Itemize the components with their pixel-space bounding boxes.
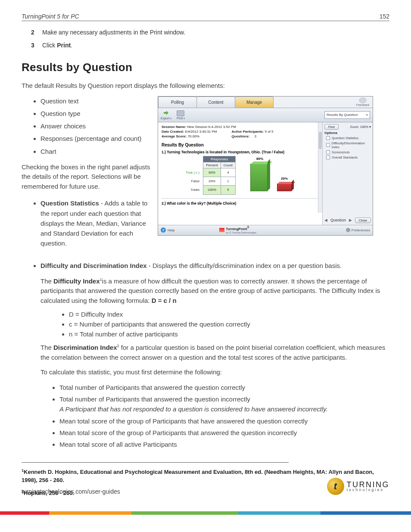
export-icon (162, 110, 170, 116)
list-item: Question text (40, 96, 151, 106)
report-content: Session Name: New Session 6-4-2012 3-52 … (158, 122, 323, 225)
step-3: 3 Click Print. (31, 42, 389, 49)
help-icon[interactable]: ? (161, 227, 166, 233)
step-text: Make any necessary adjustments in the Pr… (42, 29, 185, 36)
logo-badge-icon: t (327, 478, 344, 495)
list-item: D = Difficulty Index (69, 311, 389, 318)
discrimination-paragraph: The Discrimination Index2 for a particul… (22, 343, 389, 362)
checkbox-icon (326, 156, 330, 159)
options-list: Question Statistics - Adds a table to th… (22, 198, 151, 248)
page-footer: turningtechnologies.com/user-guides t TU… (22, 478, 389, 495)
tab-polling[interactable]: Polling (158, 96, 197, 108)
print-icon (177, 110, 184, 116)
footnote-rule (22, 462, 289, 463)
turningpoint-logo: TurningPoint®by © Turning Technologies (219, 226, 256, 235)
checkbox-question-statistics[interactable]: Question Statistics (324, 136, 371, 140)
scroll-thumb[interactable] (319, 132, 322, 149)
options-heading: Options (324, 131, 371, 135)
list-item: c = Number of participants that answered… (69, 320, 389, 328)
checkbox-icon (326, 136, 330, 140)
scrollbar[interactable] (318, 122, 322, 213)
list-item: Answer choices (40, 121, 151, 131)
feedback-icon (359, 97, 367, 103)
page-number: 152 (380, 13, 389, 20)
tab-manage[interactable]: Manage (235, 96, 274, 108)
list-item: Responses (percentage and count) (40, 134, 151, 143)
responses-chart: 80% 20% (244, 156, 300, 195)
list-item: Chart (40, 146, 151, 156)
question-1-text: 1.) Turning Technologies is located in Y… (162, 150, 319, 154)
feedback-button[interactable]: Feedback (353, 96, 373, 108)
intro-text: The default Results by Question report d… (22, 81, 389, 91)
options-list-continued: Difficulty and Discrimination Index - Di… (22, 261, 389, 271)
step-2: 2 Make any necessary adjustments in the … (31, 29, 389, 36)
question-nav-label: Question (330, 218, 346, 222)
list-item: n = Total number of active participants (69, 330, 389, 338)
options-panel: Find Zoom: 100% ▾ Options Question Stati… (323, 122, 373, 225)
bar-false (277, 184, 292, 191)
option-question-statistics: Question Statistics - Adds a table to th… (40, 198, 151, 248)
steps-list: 2 Make any necessary adjustments in the … (22, 29, 389, 49)
report-subtitle: Results By Question (162, 143, 319, 147)
list-item: Mean total score of all active Participa… (59, 439, 389, 449)
table-row: True ( c ) 80% 4 (183, 168, 236, 177)
find-button[interactable]: Find (324, 124, 339, 130)
close-button[interactable]: Close (355, 218, 371, 223)
section-title: Results by Question (22, 61, 389, 74)
export-button[interactable]: Export (161, 110, 171, 120)
difficulty-paragraph: The Difficulty Index1is a measure of how… (22, 277, 389, 306)
list-item: Total number of Participants that answer… (59, 383, 389, 392)
table-row: False 20% 1 (183, 177, 236, 185)
option-difficulty-discrimination: Difficulty and Discrimination Index - Di… (40, 261, 389, 271)
table-row: Totals 100% 5 (183, 186, 236, 194)
next-question-icon[interactable]: ▶ (349, 218, 352, 222)
decorative-stripe (0, 511, 411, 515)
doc-title: TurningPoint 5 for PC (22, 13, 79, 20)
gear-icon (346, 228, 350, 232)
chevron-down-icon: ▾ (366, 113, 368, 117)
prev-question-icon[interactable]: ◀ (324, 218, 327, 222)
print-button[interactable]: Print (177, 110, 185, 120)
checkbox-difficulty-discrimination[interactable]: Difficulty/Discrimination Index (324, 141, 371, 149)
tab-content[interactable]: Content (196, 96, 235, 108)
elements-list: Question text Question type Answer choic… (22, 96, 151, 156)
discrimination-list: Total number of Participants that answer… (22, 383, 389, 450)
list-item: Mean total score of the group of Partici… (59, 428, 389, 438)
question-2-text: 2.) What color is the sky? (Multiple Cho… (162, 198, 319, 205)
footer-url: turningtechnologies.com/user-guides (22, 488, 120, 495)
step-number: 2 (31, 29, 42, 36)
turning-technologies-logo: t TURNING technologies (327, 478, 390, 495)
list-item: Total number of Participants that answer… (59, 394, 389, 414)
help-label[interactable]: Help (168, 228, 174, 232)
list-item: Mean total score of the group of Partici… (59, 416, 389, 426)
checkbox-screenshots[interactable]: Screenshots (324, 150, 371, 154)
selection-note: Checking the boxes in the right panel ad… (22, 162, 151, 192)
checkbox-icon (326, 143, 330, 147)
preferences-button[interactable]: Preferences (346, 228, 370, 232)
bar-true (250, 164, 268, 191)
responses-table: Responses PercentCount True ( c ) 80% 4 (183, 156, 236, 195)
step-number: 3 (31, 42, 42, 49)
app-footer: ? Help TurningPoint®by © Turning Technol… (158, 225, 373, 235)
list-item: Question type (40, 109, 151, 118)
checkbox-overall-standards[interactable]: Overall Standards (324, 156, 371, 159)
difficulty-definitions: D = Difficulty Index c = Number of parti… (22, 311, 389, 338)
discrimination-lead: To calculate this statistic, you must fi… (22, 367, 389, 377)
zoom-control[interactable]: Zoom: 100% ▾ (350, 125, 371, 129)
step-text: Click Print. (42, 42, 72, 49)
checkbox-icon (326, 150, 330, 154)
page-header: TurningPoint 5 for PC 152 (22, 13, 389, 21)
app-screenshot: Polling Content Manage Feedback Export (158, 96, 373, 236)
report-type-dropdown[interactable]: Results By Question ▾ (324, 111, 370, 119)
logo-icon (219, 228, 224, 232)
